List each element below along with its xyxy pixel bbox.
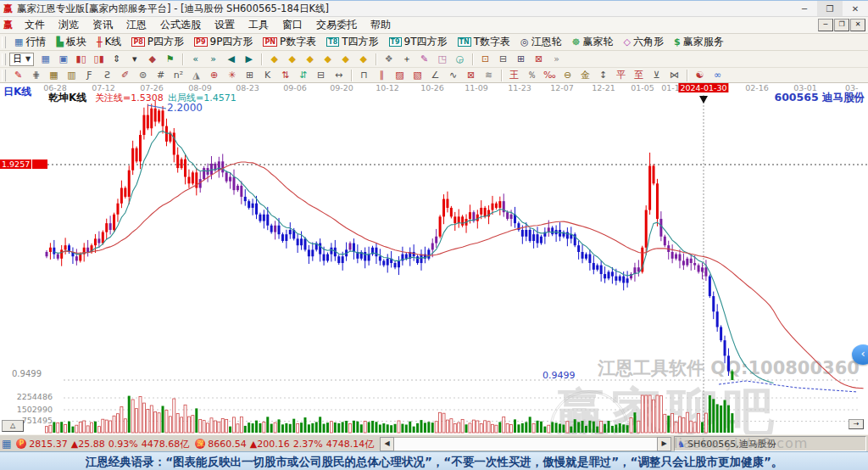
save-icon[interactable]: ⊞ — [513, 52, 529, 67]
period-selector[interactable]: 日 ▼ — [9, 53, 34, 66]
horizontal-scrollbar[interactable]: ◀ ▶ — [380, 437, 671, 450]
infinity-icon[interactable]: ∞ — [709, 68, 726, 83]
p9-square-button[interactable]: P99P四方形 — [189, 34, 258, 50]
bowtie-tool-icon[interactable]: ⋈ — [666, 68, 682, 83]
quotes-button[interactable]: ▦行情 — [9, 34, 51, 50]
gann-box2-icon[interactable]: ⊠ — [463, 68, 479, 83]
theme-icon[interactable]: ◶ — [452, 52, 468, 67]
gann-diamond-2-icon[interactable]: ◆ — [284, 52, 300, 67]
rays-icon[interactable]: ∥ — [374, 68, 390, 83]
box-icon[interactable]: ⊞ — [242, 68, 258, 83]
flag-icon[interactable]: ⚑ — [162, 52, 178, 67]
volume-scroll-next-button[interactable]: → — [849, 419, 864, 429]
coin-icon[interactable]: ⊖ — [559, 68, 576, 83]
menu-item-帮助[interactable]: 帮助 — [364, 17, 398, 33]
toolbar-grip[interactable] — [2, 36, 6, 48]
width-icon[interactable]: ↔ — [331, 68, 347, 83]
chart-area[interactable]: 江恩工具软件 QQ:100800360 赢家聊吧 财赢 06-2807-1207… — [0, 83, 868, 434]
level-icon[interactable]: 平 — [613, 68, 629, 83]
menu-item-浏览[interactable]: 浏览 — [52, 17, 86, 33]
crosshair-icon[interactable]: ＋ — [398, 52, 415, 67]
diamond-tool-icon[interactable]: ◆ — [144, 52, 160, 67]
ruler-icon[interactable]: ⋕ — [28, 68, 44, 83]
winner-wheel-button[interactable]: ☸赢家轮 — [567, 34, 619, 50]
calendar-icon[interactable]: ⊡ — [477, 52, 493, 67]
menu-item-公式选股[interactable]: 公式选股 — [153, 17, 208, 33]
menu-item-交易委托[interactable]: 交易委托 — [309, 17, 364, 33]
star-icon[interactable]: ✳ — [224, 68, 240, 83]
t-number-button[interactable]: TNT数字表 — [453, 34, 516, 50]
kline-period-tab[interactable]: 日K线 — [3, 85, 31, 99]
next-bar-icon[interactable]: ▶ — [241, 52, 257, 67]
menu-item-窗口[interactable]: 窗口 — [275, 17, 309, 33]
marker-icon[interactable]: ✐ — [117, 68, 133, 83]
scroll-left-icon[interactable]: ◀ — [380, 437, 394, 451]
t9-square-button[interactable]: T99T四方形 — [384, 34, 453, 50]
winner-service-button[interactable]: $赢家服务 — [669, 34, 729, 50]
window-layout-icon[interactable]: ▦ — [37, 52, 53, 67]
mdi-close-button[interactable]: ✕ — [850, 19, 865, 31]
scale-icon[interactable]: ⇕ — [108, 52, 125, 67]
gann-diamond-4-icon[interactable]: ◆ — [320, 52, 336, 67]
current-security-panel[interactable]: ♞ SH600565,迪马股份 — [674, 436, 866, 451]
fan-icon[interactable]: ▨ — [392, 68, 408, 83]
extreme-icon[interactable]: 至 — [631, 68, 647, 83]
grid-view-icon[interactable]: ▦ — [2, 438, 11, 450]
calculator-icon[interactable]: ⊟ — [495, 52, 511, 67]
king-tool-icon[interactable]: 王 — [506, 68, 522, 83]
taichi-icon[interactable]: ☯ — [692, 68, 708, 83]
menu-item-设置[interactable]: 设置 — [208, 17, 242, 33]
gann-diamond-3-icon[interactable]: ◆ — [302, 52, 318, 67]
toolbar-grip[interactable] — [2, 53, 6, 65]
frame-icon[interactable]: ▣ — [55, 52, 71, 67]
candlestick-chart[interactable] — [0, 83, 868, 434]
xor-tool-icon[interactable]: ⊻ — [648, 68, 665, 83]
more-tools-icon[interactable]: » — [548, 52, 565, 67]
p-number-button[interactable]: PNP数字表 — [258, 34, 321, 50]
sectors-button[interactable]: ▙板块 — [51, 34, 91, 50]
wave-icon[interactable]: ∿ — [445, 68, 461, 83]
mdi-minimize-button[interactable]: ─ — [818, 19, 833, 31]
toolbar-grip[interactable] — [2, 70, 6, 81]
golden-grid2-icon[interactable]: ▥ — [64, 68, 80, 83]
target-icon[interactable]: ⊕ — [206, 68, 222, 83]
grid-icon[interactable]: # — [153, 68, 169, 83]
gann-diamond-1-icon[interactable]: ◆ — [266, 52, 282, 67]
gann-diamond-6-icon[interactable]: ◆ — [355, 52, 371, 67]
candle-pattern2-icon[interactable]: ▯▮ — [91, 52, 107, 67]
menu-item-文件[interactable]: 文件 — [18, 17, 52, 33]
annotate-icon[interactable]: ✎ — [416, 52, 432, 67]
prev-bar-icon[interactable]: ◀ — [223, 52, 239, 67]
downup-arrows-icon[interactable]: ⇵ — [295, 68, 311, 83]
gann-wheel-button[interactable]: ◎江恩轮 — [515, 34, 567, 50]
mdi-restore-button[interactable]: ❐ — [834, 19, 849, 31]
square-number-icon[interactable]: n² — [170, 68, 186, 83]
last-bar-icon[interactable]: » — [205, 52, 221, 67]
flat-icon[interactable]: ⊟ — [313, 68, 329, 83]
p-square-button[interactable]: P8P四方形 — [126, 34, 189, 50]
collapse-sidebar-button[interactable]: ‹ — [852, 344, 868, 365]
channel-icon[interactable]: ≋ — [481, 68, 497, 83]
menu-item-江恩[interactable]: 江恩 — [120, 17, 153, 33]
candle-pattern-icon[interactable]: ▮▯ — [73, 52, 89, 67]
monitor-icon[interactable]: ⊠ — [531, 52, 547, 67]
arc-icon[interactable]: ▧ — [409, 68, 426, 83]
hexagon-button[interactable]: ◇六角形 — [619, 34, 669, 50]
menu-item-资讯[interactable]: 资讯 — [86, 17, 120, 33]
spiral-icon[interactable]: Ƨ — [99, 68, 115, 83]
menu-item-工具[interactable]: 工具 — [242, 17, 275, 33]
gann-box-icon[interactable]: ⊓ — [356, 68, 372, 83]
scroll-right-icon[interactable]: ▶ — [657, 437, 671, 451]
minimize-button[interactable]: ─ — [792, 1, 817, 16]
permille-icon[interactable]: ‰ — [542, 68, 558, 83]
maximize-button[interactable]: ❐ — [817, 1, 843, 16]
hand-tool-icon[interactable]: ❖ — [381, 52, 397, 67]
vscale-icon[interactable]: ↕ — [595, 68, 611, 83]
scrollbar-track[interactable] — [394, 437, 657, 451]
expand-pane-button[interactable]: △ — [2, 420, 24, 432]
close-button[interactable]: ✕ — [843, 1, 868, 16]
gold-icon[interactable]: 金 — [577, 68, 593, 83]
kline-button[interactable]: ╫K线 — [92, 34, 127, 50]
t-square-button[interactable]: T8T四方形 — [321, 34, 383, 50]
angle-icon[interactable]: ∠ — [427, 68, 443, 83]
